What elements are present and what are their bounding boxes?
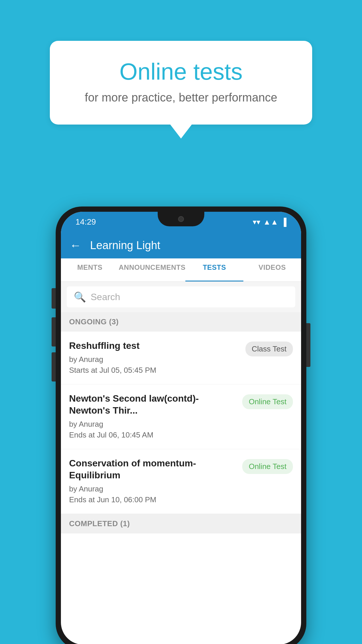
test-badge-3: Online Test (242, 459, 293, 474)
test-info-1: Reshuffling test by Anurag Starts at Jul… (69, 340, 240, 375)
tab-videos[interactable]: VIDEOS (243, 258, 301, 281)
status-icons: ▾▾ ▲▲ ▐ (253, 218, 287, 227)
search-icon: 🔍 (74, 291, 86, 303)
signal-icon: ▲▲ (263, 218, 278, 227)
phone-notch (158, 212, 204, 226)
side-button-3 (52, 352, 56, 382)
speech-bubble-container: Online tests for more practice, better p… (50, 41, 312, 125)
test-date-2: Ends at Jul 06, 10:45 AM (69, 430, 236, 440)
test-info-2: Newton's Second law(contd)-Newton's Thir… (69, 393, 236, 440)
app-header-title: Learning Light (90, 239, 160, 252)
test-date-1: Starts at Jul 05, 05:45 PM (69, 366, 240, 375)
ongoing-section-header: ONGOING (3) (61, 312, 301, 332)
battery-icon: ▐ (281, 218, 287, 227)
test-badge-2: Online Test (242, 394, 293, 409)
search-bar[interactable]: 🔍 Search (67, 286, 295, 307)
side-button-2 (52, 317, 56, 346)
tab-tests[interactable]: TESTS (185, 258, 243, 281)
test-item-3[interactable]: Conservation of momentum-Equilibrium by … (61, 449, 301, 514)
tabs-bar: MENTS ANNOUNCEMENTS TESTS VIDEOS (61, 258, 301, 282)
camera-dot (178, 216, 184, 222)
back-button[interactable]: ← (70, 239, 81, 252)
test-name-1: Reshuffling test (69, 340, 240, 352)
bubble-subtitle: for more practice, better performance (73, 91, 289, 104)
test-info-3: Conservation of momentum-Equilibrium by … (69, 457, 236, 504)
tab-announcements[interactable]: ANNOUNCEMENTS (119, 258, 185, 281)
test-name-3: Conservation of momentum-Equilibrium (69, 457, 236, 482)
side-button-1 (52, 288, 56, 309)
search-input[interactable]: Search (91, 292, 120, 302)
speech-bubble: Online tests for more practice, better p… (50, 41, 312, 125)
test-author-1: by Anurag (69, 355, 240, 364)
phone-wrapper: 14:29 ▾▾ ▲▲ ▐ ← Learning Light MENTS ANN… (56, 206, 306, 644)
phone-outer: 14:29 ▾▾ ▲▲ ▐ ← Learning Light MENTS ANN… (56, 206, 306, 644)
test-item-1[interactable]: Reshuffling test by Anurag Starts at Jul… (61, 332, 301, 384)
phone-screen: 14:29 ▾▾ ▲▲ ▐ ← Learning Light MENTS ANN… (61, 212, 301, 644)
test-badge-1: Class Test (245, 342, 293, 356)
test-author-3: by Anurag (69, 484, 236, 494)
completed-label: COMPLETED (1) (69, 519, 130, 528)
test-date-3: Ends at Jun 10, 06:00 PM (69, 495, 236, 504)
tab-ments[interactable]: MENTS (61, 258, 119, 281)
wifi-icon: ▾▾ (253, 218, 260, 227)
bubble-title: Online tests (73, 58, 289, 85)
test-item-2[interactable]: Newton's Second law(contd)-Newton's Thir… (61, 384, 301, 449)
test-name-2: Newton's Second law(contd)-Newton's Thir… (69, 393, 236, 417)
side-button-right (306, 323, 310, 367)
status-time: 14:29 (75, 217, 96, 227)
app-header: ← Learning Light (61, 232, 301, 258)
test-author-2: by Anurag (69, 420, 236, 429)
search-bar-container: 🔍 Search (61, 282, 301, 312)
completed-section-header: COMPLETED (1) (61, 514, 301, 533)
ongoing-label: ONGOING (3) (69, 317, 119, 326)
